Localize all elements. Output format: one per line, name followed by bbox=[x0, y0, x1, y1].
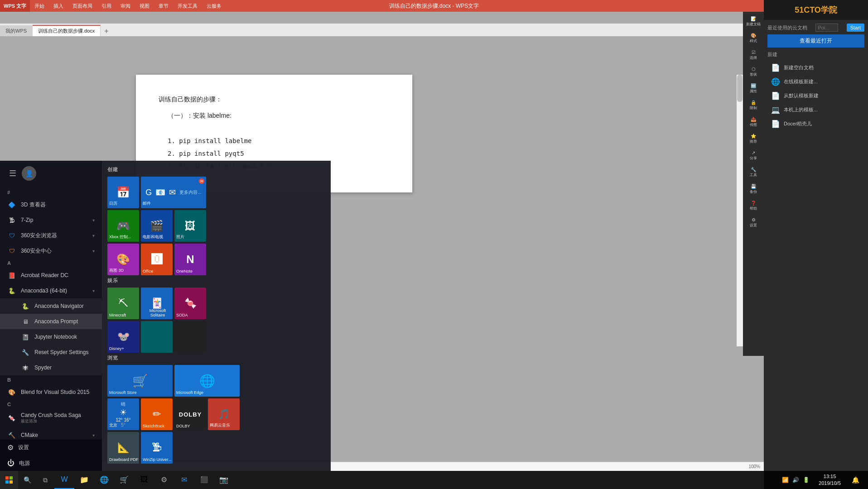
taskbar-clock[interactable]: 13:15 2019/10/5 bbox=[815, 473, 844, 487]
app-anaconda3[interactable]: 🐍 Anaconda3 (64-bit) ▾ bbox=[0, 283, 102, 298]
hamburger-button[interactable]: ☰ bbox=[7, 167, 18, 180]
section-browse-title: 浏览 bbox=[107, 355, 325, 361]
menu-section[interactable]: 章节 bbox=[154, 1, 173, 11]
app-jupyter[interactable]: 📓 Jupyter Notebook bbox=[0, 329, 102, 345]
tile-blank2[interactable] bbox=[174, 321, 206, 353]
taskbar-app-store[interactable]: 🛒 bbox=[114, 471, 134, 489]
tile-ms-store[interactable]: 🛒 Microsoft Store bbox=[107, 365, 173, 397]
app-reset-spyder[interactable]: 🔧 Reset Spyder Settings bbox=[0, 345, 102, 360]
menu-insert[interactable]: 插入 bbox=[49, 1, 68, 11]
menu-view[interactable]: 视图 bbox=[135, 1, 154, 11]
side-settings-icon[interactable]: ⚙设置 bbox=[749, 215, 758, 230]
app-anaconda-prompt-icon: 🖥 bbox=[21, 317, 30, 326]
tile-onenote[interactable]: N OneNote bbox=[174, 244, 206, 275]
panel-search-input[interactable] bbox=[815, 24, 838, 32]
mail-ms-icon: 📧 bbox=[155, 187, 165, 197]
side-settings-label: 设置 bbox=[750, 223, 757, 227]
side-select-icon[interactable]: ☑选择 bbox=[749, 47, 758, 63]
side-style-icon[interactable]: 🎨样式 bbox=[749, 30, 758, 46]
taskbar-app-camera[interactable]: 📷 bbox=[214, 471, 234, 489]
power-bottom[interactable]: ⏻ 电源 bbox=[0, 455, 102, 471]
app-3d-viewer[interactable]: 🔷 3D 查看器 bbox=[0, 197, 102, 212]
tab-document[interactable]: 训练自己的数据步骤.docx bbox=[33, 25, 101, 36]
store-taskbar-icon: 🛒 bbox=[120, 475, 129, 484]
tile-dolby[interactable]: DOLBY DOLBY bbox=[174, 398, 206, 430]
app-anaconda-nav[interactable]: 🐍 Anaconda Navigator bbox=[0, 298, 102, 314]
tile-mail[interactable]: G 📧 ✉ 更多内容... 邮件 ✉ bbox=[141, 177, 206, 208]
panel-new-blank[interactable]: 📄 新建空白文档 bbox=[767, 61, 864, 75]
taskbar-app-settings[interactable]: ⚙ bbox=[154, 471, 174, 489]
wps-logo-button[interactable]: WPS 文字 bbox=[0, 0, 30, 12]
taskbar-app-edge[interactable]: 🌐 bbox=[94, 471, 114, 489]
solitaire-label: Microsoft Solitaire bbox=[143, 308, 173, 317]
tile-disney[interactable]: 🐭 Disney+ bbox=[107, 321, 139, 353]
tile-sketchbook[interactable]: ✏ SketchBook bbox=[141, 398, 173, 430]
settings-bottom[interactable]: ⚙ 设置 bbox=[0, 440, 102, 455]
start-menu-bottom-icons: ⚙ 设置 ⏻ 电源 bbox=[0, 440, 102, 471]
side-limit-icon[interactable]: 🔒限制 bbox=[749, 97, 758, 113]
tile-netease[interactable]: 🎵 网易云音乐 bbox=[208, 398, 240, 430]
app-acrobat[interactable]: 📕 Acrobat Reader DC bbox=[0, 268, 102, 283]
menu-page-layout[interactable]: 页面布局 bbox=[68, 1, 97, 11]
start-button[interactable] bbox=[0, 471, 18, 489]
tile-solitaire[interactable]: 🃏 Microsoft Solitaire bbox=[141, 288, 173, 319]
panel-local-template[interactable]: 💻 本机上的模板... bbox=[767, 103, 864, 117]
tile-xbox[interactable]: 🎮 Xbox 控制... bbox=[107, 210, 139, 242]
tile-office[interactable]: 🅾 Office bbox=[141, 244, 173, 275]
side-share-icon[interactable]: ↗分享 bbox=[749, 148, 758, 163]
menu-references[interactable]: 引用 bbox=[97, 1, 116, 11]
search-button[interactable]: 🔍 bbox=[18, 471, 36, 489]
taskbar-app-folder[interactable]: 📁 bbox=[74, 471, 94, 489]
taskbar-app-mail[interactable]: ✉ bbox=[174, 471, 194, 489]
taskbar-app-terminal[interactable]: ⬛ bbox=[194, 471, 214, 489]
tab-mywps[interactable]: 我的WPS bbox=[0, 25, 33, 36]
app-candy-crush[interactable]: 🍬 Candy Crush Soda Saga 最近添加 bbox=[0, 409, 102, 427]
scrollbar[interactable] bbox=[737, 75, 743, 346]
side-shape-icon[interactable]: ⬡形状 bbox=[749, 64, 758, 80]
notification-button[interactable]: 🔔 bbox=[846, 471, 864, 489]
sketchbook-label: SketchBook bbox=[143, 424, 164, 428]
taskbar-app-wps[interactable]: W bbox=[54, 471, 74, 489]
app-7zip[interactable]: 🗜 7-Zip ▾ bbox=[0, 212, 102, 228]
menu-cloud[interactable]: 云服务 bbox=[202, 1, 226, 11]
tile-winzip[interactable]: 🗜 WinZip Univer... bbox=[141, 432, 173, 464]
app-anaconda-prompt[interactable]: 🖥 Anaconda Prompt bbox=[0, 314, 102, 329]
app-blend[interactable]: 🎨 Blend for Visual Studio 2015 bbox=[0, 384, 102, 400]
panel-online-template[interactable]: 🌐 在线模板新建... bbox=[767, 75, 864, 89]
menu-developer[interactable]: 开发工具 bbox=[173, 1, 202, 11]
panel-new-doc: 最近使用的云文档 Start 查看最近打开 新建 📄 新建空白文档 🌐 在线模板… bbox=[764, 20, 868, 134]
tab-add-button[interactable]: + bbox=[101, 26, 112, 36]
panel-docer[interactable]: 📄 Docer稻壳儿 bbox=[767, 117, 864, 131]
side-help-icon[interactable]: ❓帮助 bbox=[749, 198, 758, 214]
view-recent-button[interactable]: 查看最近打开 bbox=[767, 34, 864, 48]
tile-blank1[interactable] bbox=[141, 321, 173, 353]
menu-home[interactable]: 开始 bbox=[30, 1, 49, 11]
side-backup-icon[interactable]: 💾备份 bbox=[749, 181, 758, 197]
app-360browser[interactable]: 🛡 360安全浏览器 ▾ bbox=[0, 228, 102, 243]
tile-candy[interactable]: 🍬 SODA bbox=[174, 288, 206, 319]
side-recommend-icon[interactable]: ⭐推荐 bbox=[749, 131, 758, 147]
scrollbar-thumb[interactable] bbox=[737, 75, 743, 102]
task-view-button[interactable]: ⧉ bbox=[36, 471, 54, 489]
side-new-icon[interactable]: 📝新建文稿 bbox=[743, 14, 764, 29]
taskbar-app-photos[interactable]: 🖼 bbox=[134, 471, 154, 489]
side-upload-icon[interactable]: 📤传图 bbox=[749, 114, 758, 130]
side-prop-icon[interactable]: 🔤属性 bbox=[749, 81, 758, 96]
expand-chevron: ▾ bbox=[92, 218, 95, 223]
tile-paint3d[interactable]: 🎨 画图 3D bbox=[107, 244, 139, 275]
tile-drawboard[interactable]: 📐 Drawboard PDF bbox=[107, 432, 139, 464]
weather-city: 北京 bbox=[109, 422, 117, 428]
app-spyder[interactable]: 🕷 Spyder bbox=[0, 360, 102, 375]
tile-photos[interactable]: 🖼 照片 bbox=[174, 210, 206, 242]
tile-minecraft[interactable]: ⛏ Minecraft bbox=[107, 288, 139, 319]
tile-calendar[interactable]: 📅 日历 bbox=[107, 177, 139, 208]
tile-weather[interactable]: 晴 ☀ 12° 16° 5° 北京 bbox=[107, 398, 139, 430]
start-button[interactable]: Start bbox=[847, 24, 864, 32]
tile-edge[interactable]: 🌐 Microsoft Edge bbox=[174, 365, 240, 397]
tile-movies[interactable]: 🎬 电影和电视 bbox=[141, 210, 173, 242]
mail-more-icon: ✉ bbox=[169, 187, 176, 197]
side-tools-icon[interactable]: 🔧工具 bbox=[749, 164, 758, 180]
menu-review[interactable]: 审阅 bbox=[116, 1, 135, 11]
panel-default-template[interactable]: 📄 从默认模板新建 bbox=[767, 89, 864, 103]
app-360center[interactable]: 🛡 360安全中心 ▾ bbox=[0, 243, 102, 259]
